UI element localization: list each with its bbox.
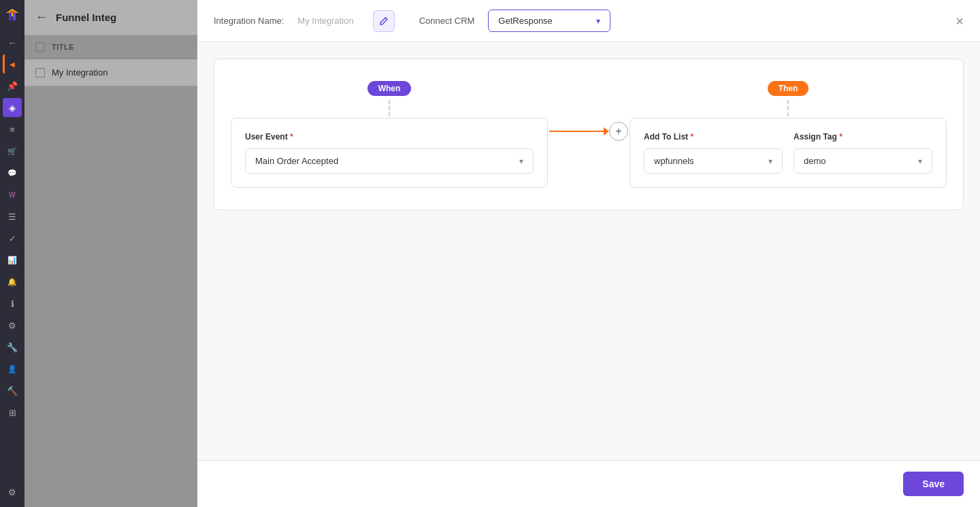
workflow-card: When User Event * Main Order Accepted — [214, 59, 964, 210]
then-section-box: Add To List * wpfunnels ▾ — [630, 118, 947, 188]
when-block: When User Event * Main Order Accepted — [231, 81, 548, 188]
sidebar-nav-shapes[interactable]: ◈ — [3, 98, 22, 117]
crm-selected-value: GetResponse — [498, 16, 553, 26]
sidebar-nav-active[interactable]: ◀ — [3, 54, 22, 73]
modal-footer: Save — [197, 460, 980, 507]
sidebar-nav-info[interactable]: ℹ — [3, 294, 22, 313]
user-event-chevron-icon: ▾ — [519, 157, 523, 166]
modal-body: When User Event * Main Order Accepted — [197, 42, 980, 460]
main-area: ← Funnel Integ TITLE My Integration Inte… — [24, 0, 980, 507]
sidebar-nav-tools[interactable]: 🔧 — [3, 338, 22, 357]
arrow-head-icon — [604, 127, 609, 135]
sidebar-nav-user[interactable]: 👤 — [3, 359, 22, 378]
sidebar-nav-grid[interactable]: ⊞ — [3, 403, 22, 422]
svg-rect-3 — [13, 13, 16, 20]
add-to-list-dropdown[interactable]: wpfunnels ▾ — [644, 148, 783, 174]
assign-tag-field: Assign Tag * demo ▾ — [794, 132, 932, 174]
assign-tag-required: * — [839, 132, 843, 142]
sidebar-nav-pin[interactable]: 📌 — [3, 76, 22, 95]
integration-name-value: My Integration — [297, 16, 353, 26]
save-button[interactable]: Save — [903, 472, 964, 496]
sidebar-nav-back[interactable]: ← — [3, 33, 22, 52]
sidebar-logo — [3, 5, 22, 24]
add-step-button[interactable]: + — [609, 122, 628, 141]
sidebar-nav-list[interactable]: ≡ — [3, 120, 22, 139]
when-badge: When — [368, 81, 412, 96]
then-dashed-line — [787, 100, 789, 116]
user-event-value: Main Order Accepted — [255, 156, 338, 166]
then-block: Then Add To List * — [630, 81, 947, 188]
when-dashed-line — [389, 100, 390, 116]
sidebar-nav-settings[interactable]: ⚙ — [3, 316, 22, 335]
assign-tag-value: demo — [804, 156, 826, 166]
add-to-list-field: Add To List * wpfunnels ▾ — [644, 132, 783, 174]
sidebar-nav-check[interactable]: ✓ — [3, 229, 22, 248]
sidebar-nav-chat[interactable]: 💬 — [3, 163, 22, 182]
assign-tag-label: Assign Tag * — [794, 132, 932, 142]
sidebar-nav-bell[interactable]: 🔔 — [3, 272, 22, 291]
when-section-box: User Event * Main Order Accepted ▾ — [231, 118, 548, 188]
user-event-label: User Event * — [245, 132, 534, 142]
sidebar-nav-menu[interactable]: ☰ — [3, 207, 22, 226]
sidebar-nav-wrench[interactable]: 🔨 — [3, 381, 22, 400]
add-to-list-value: wpfunnels — [654, 156, 694, 166]
arrow-connector: + — [549, 122, 628, 141]
svg-rect-2 — [9, 13, 12, 20]
modal-close-button[interactable]: × — [956, 14, 964, 28]
then-badge: Then — [768, 81, 809, 96]
sidebar: ← ◀ 📌 ◈ ≡ 🛒 💬 W ☰ ✓ 📊 🔔 ℹ ⚙ 🔧 👤 🔨 ⊞ ⚙ — [0, 0, 24, 507]
modal: Integration Name: My Integration Connect… — [197, 0, 980, 507]
workflow-row: When User Event * Main Order Accepted — [231, 81, 947, 188]
add-to-list-label: Add To List * — [644, 132, 783, 142]
integration-name-label: Integration Name: — [214, 16, 284, 26]
edit-integration-name-button[interactable] — [373, 10, 395, 32]
add-to-list-required: * — [690, 132, 693, 142]
crm-select-dropdown[interactable]: GetResponse ▾ — [488, 10, 610, 32]
sidebar-nav-bottom-settings[interactable]: ⚙ — [3, 483, 22, 502]
assign-tag-chevron-icon: ▾ — [918, 157, 922, 166]
add-to-list-chevron-icon: ▾ — [768, 157, 772, 166]
modal-overlay: Integration Name: My Integration Connect… — [24, 0, 980, 507]
connector-area: + — [548, 81, 630, 141]
crm-chevron-icon: ▾ — [596, 16, 600, 26]
sidebar-nav-woo[interactable]: W — [3, 185, 22, 204]
sidebar-nav-chart[interactable]: 📊 — [3, 250, 22, 269]
modal-header: Integration Name: My Integration Connect… — [197, 0, 980, 42]
sidebar-nav-cart[interactable]: 🛒 — [3, 142, 22, 161]
connect-crm-label: Connect CRM — [419, 16, 475, 26]
user-event-required: * — [290, 132, 293, 142]
arrow-line — [549, 131, 604, 132]
assign-tag-dropdown[interactable]: demo ▾ — [794, 148, 932, 174]
user-event-dropdown[interactable]: Main Order Accepted ▾ — [245, 148, 534, 174]
